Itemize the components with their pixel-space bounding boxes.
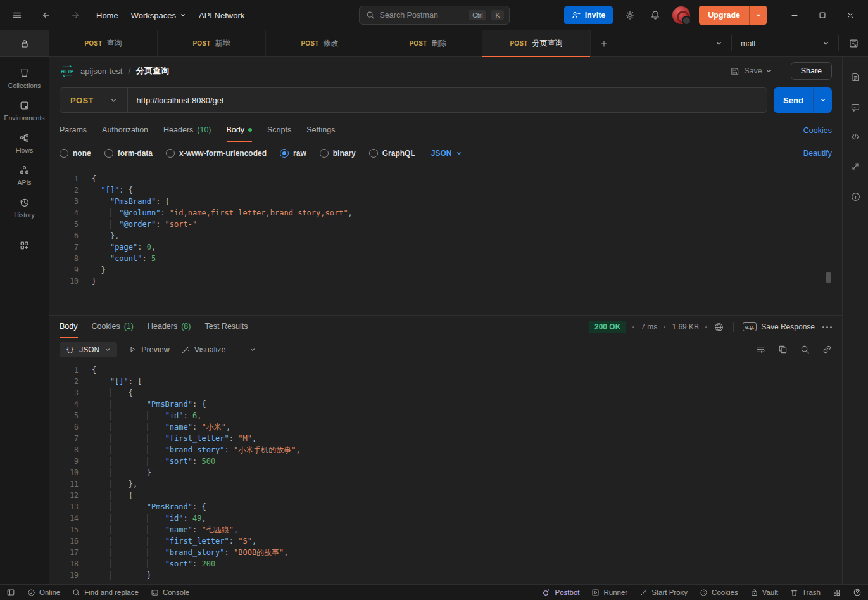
documentation-button[interactable] <box>850 72 860 82</box>
tab-response-headers[interactable]: Headers(8) <box>148 316 191 338</box>
cookies-button[interactable]: Cookies <box>700 589 738 597</box>
sidebar-configure-button[interactable] <box>0 240 49 251</box>
invite-button[interactable]: Invite <box>564 6 613 24</box>
save-options-chevron[interactable] <box>762 63 775 79</box>
tab-scripts[interactable]: Scripts <box>267 119 291 142</box>
wrap-lines-button[interactable] <box>756 345 765 354</box>
tab-test-results[interactable]: Test Results <box>204 316 248 338</box>
send-button[interactable]: Send <box>774 87 813 113</box>
postbot-button[interactable]: Postbot <box>542 588 579 597</box>
status-badge[interactable]: 200 OK <box>589 321 626 333</box>
radio-form-data[interactable]: form-data <box>104 149 153 158</box>
back-button[interactable] <box>38 7 54 23</box>
breadcrumb-collection[interactable]: apijson-test <box>80 67 122 76</box>
notifications-button[interactable] <box>647 7 664 23</box>
window-maximize-button[interactable] <box>808 3 836 28</box>
send-options-chevron[interactable] <box>813 87 832 113</box>
beautify-link[interactable]: Beautify <box>803 149 832 158</box>
tab-post-create[interactable]: POST 新增 <box>158 30 266 56</box>
raw-format-selector[interactable]: JSON <box>431 149 463 158</box>
radio-raw[interactable]: raw <box>280 149 306 158</box>
response-more-options-button[interactable] <box>822 326 832 328</box>
code-line: 6 }, <box>49 230 842 241</box>
window-close-button[interactable] <box>836 3 864 28</box>
upgrade-caret[interactable] <box>749 6 767 25</box>
trash-button[interactable]: Trash <box>790 589 821 597</box>
environment-quick-look-button[interactable] <box>839 30 868 56</box>
environment-selector[interactable]: mall <box>732 30 838 56</box>
link-button[interactable] <box>822 345 832 354</box>
nav-home[interactable]: Home <box>96 11 118 20</box>
search-input[interactable]: Search Postman Ctrl K <box>359 6 510 25</box>
response-format-selector[interactable]: {} JSON <box>60 342 117 357</box>
line-number: 2 <box>49 376 79 387</box>
search-in-body-button[interactable] <box>800 345 810 354</box>
workspace-lock-button[interactable] <box>0 30 49 57</box>
tab-list-chevron[interactable] <box>706 30 731 56</box>
tab-post-update[interactable]: POST 修改 <box>266 30 374 56</box>
tab-post-paged-query[interactable]: POST 分页查询 <box>482 30 591 56</box>
save-button[interactable]: Save <box>730 67 762 76</box>
sync-arrows-icon <box>850 162 860 172</box>
code-snippet-button[interactable] <box>850 132 860 142</box>
add-tab-button[interactable] <box>591 30 617 56</box>
start-proxy-button[interactable]: Start Proxy <box>639 589 688 597</box>
network-info-button[interactable] <box>714 322 724 333</box>
code-content: "@order": "sort-" <box>92 219 197 230</box>
save-response-button[interactable]: e.g. Save Response <box>743 322 815 331</box>
tab-post-query[interactable]: POST 查询 <box>49 30 158 56</box>
comments-button[interactable] <box>850 102 860 112</box>
scrollbar-handle[interactable] <box>826 272 831 283</box>
radio-binary[interactable]: binary <box>320 149 356 158</box>
tab-response-cookies[interactable]: Cookies(1) <box>92 316 134 338</box>
help-button[interactable] <box>853 588 862 597</box>
related-requests-button[interactable] <box>850 162 860 172</box>
share-button[interactable]: Share <box>791 62 832 80</box>
sidebar-item-environments[interactable]: Environments <box>0 100 49 122</box>
code-line: 3 { <box>49 387 842 399</box>
breadcrumb-request-title[interactable]: 分页查询 <box>136 65 169 77</box>
main-menu-button[interactable] <box>9 7 25 23</box>
nav-api-network[interactable]: API Network <box>199 11 244 20</box>
tab-authorization[interactable]: Authorization <box>102 119 148 142</box>
copy-button[interactable] <box>778 345 788 354</box>
sidebar-item-apis[interactable]: APIs <box>0 165 49 186</box>
runner-button[interactable]: Runner <box>591 589 627 597</box>
shortcut-k-badge: K <box>491 10 503 20</box>
vault-button[interactable]: Vault <box>750 589 778 597</box>
avatar[interactable] <box>672 6 690 24</box>
select-window-button[interactable] <box>833 589 841 597</box>
radio-x-www-form-urlencoded[interactable]: x-www-form-urlencoded <box>166 149 267 158</box>
radio-none[interactable]: none <box>60 149 91 158</box>
visualize-options-chevron[interactable] <box>247 341 258 358</box>
cookies-link[interactable]: Cookies <box>803 119 832 142</box>
tab-post-delete[interactable]: POST 删除 <box>374 30 482 56</box>
tab-settings[interactable]: Settings <box>306 119 335 142</box>
code-line: 15 "name": "七匹狼", <box>49 524 842 535</box>
tab-params[interactable]: Params <box>60 119 87 142</box>
find-and-replace-button[interactable]: Find and replace <box>72 589 139 597</box>
info-button[interactable] <box>850 191 861 202</box>
preview-button[interactable]: Preview <box>129 345 169 354</box>
online-status[interactable]: Online <box>27 589 60 597</box>
toggle-sidebar-button[interactable] <box>6 588 15 597</box>
url-input[interactable]: http://localhost:8080/get <box>128 96 767 105</box>
tab-response-body[interactable]: Body <box>60 316 78 338</box>
tab-body[interactable]: Body <box>227 119 253 142</box>
sidebar-item-history[interactable]: History <box>0 197 49 219</box>
settings-button[interactable] <box>622 7 638 23</box>
request-body-editor[interactable]: 1{2 "[]": {3 "PmsBrand": {4 "@column": "… <box>49 165 842 315</box>
response-body-viewer: 1{2 "[]": [3 {4 "PmsBrand": {5 "id": 6,6… <box>49 361 842 584</box>
nav-workspaces[interactable]: Workspaces <box>131 11 186 20</box>
window-minimize-button[interactable] <box>781 3 808 28</box>
visualize-button[interactable]: Visualize <box>181 345 226 354</box>
method-selector[interactable]: POST <box>60 96 127 105</box>
sidebar-item-flows[interactable]: Flows <box>0 132 49 154</box>
forward-button[interactable] <box>67 7 84 23</box>
console-button[interactable]: Console <box>151 589 189 597</box>
upgrade-button[interactable]: Upgrade <box>699 6 767 25</box>
line-number: 3 <box>49 196 79 207</box>
sidebar-item-collections[interactable]: Collections <box>0 68 49 89</box>
radio-graphql[interactable]: GraphQL <box>369 149 415 158</box>
tab-headers[interactable]: Headers(10) <box>163 119 211 142</box>
